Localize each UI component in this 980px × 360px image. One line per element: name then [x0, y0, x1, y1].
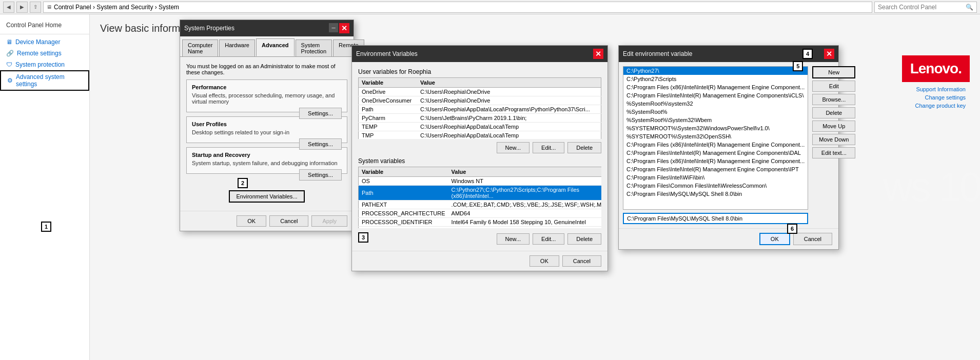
- tab-hardware[interactable]: Hardware: [219, 39, 255, 56]
- win10-text: ws 10: [883, 164, 980, 211]
- user-new-button[interactable]: New...: [497, 142, 530, 153]
- move-up-button[interactable]: Move Up: [812, 121, 855, 132]
- edit-env-item[interactable]: C:\Program Files\Intel\Intel(R) Manageme…: [623, 149, 808, 157]
- change-product-key-link[interactable]: Change product key: [915, 103, 966, 109]
- list-container: 5 C:\Python27\ C:\Python27\Scripts C:\Pr…: [623, 66, 808, 210]
- browse-env-button[interactable]: Browse...: [812, 94, 855, 105]
- user-vars-table-wrap[interactable]: Variable Value OneDrive C:\Users\Roephia…: [358, 77, 601, 139]
- apply-button[interactable]: Apply: [311, 215, 347, 227]
- edit-env-main: 5 C:\Python27\ C:\Python27\Scripts C:\Pr…: [623, 66, 808, 224]
- user-delete-button[interactable]: Delete: [567, 142, 601, 153]
- user-profiles-settings-button[interactable]: Settings...: [299, 138, 342, 150]
- user-var-row[interactable]: Path C:\Users\Roephia\AppData\Local\Prog…: [359, 105, 601, 114]
- close-system-props-button[interactable]: ✕: [339, 23, 349, 33]
- edit-env-cancel-button[interactable]: Cancel: [793, 233, 832, 245]
- edit-env-item[interactable]: C:\Python27\Scripts: [623, 75, 808, 83]
- user-var-row[interactable]: TMP C:\Users\Roephia\AppData\Local\Temp: [359, 131, 601, 139]
- edit-env-item[interactable]: C:\Program Files (x86)\Intel\Intel(R) Ma…: [623, 141, 808, 149]
- edit-env-input[interactable]: [623, 213, 808, 224]
- user-profiles-section: User Profiles Desktop settings related t…: [186, 116, 347, 143]
- sys-val-col-header: Value: [448, 167, 601, 177]
- close-edit-env-button[interactable]: ✕: [824, 49, 834, 59]
- new-env-button[interactable]: New: [812, 66, 855, 78]
- support-info-link[interactable]: Support Information: [915, 86, 966, 92]
- sys-var-row-path[interactable]: Path C:\Python27\;C:\Python27\Scripts;C:…: [359, 186, 602, 201]
- performance-settings-button[interactable]: Settings...: [299, 108, 342, 119]
- startup-title: Startup and Recovery: [192, 152, 342, 158]
- edit-env-item[interactable]: C:\Program Files (x86)\Intel\Intel(R) Ma…: [623, 83, 808, 91]
- user-vars-title: User variables for Roephia: [358, 68, 601, 75]
- control-panel-layout: Control Panel Home 🖥 Device Manager 🔗 Re…: [0, 14, 980, 360]
- sidebar-home[interactable]: Control Panel Home: [0, 18, 89, 32]
- annotation-4: 4: [802, 49, 813, 59]
- var-value: C:\Users\Roephia\AppData\Local\Temp: [417, 123, 601, 131]
- edit-env-list[interactable]: C:\Python27\ C:\Python27\Scripts C:\Prog…: [623, 66, 808, 210]
- edit-env-item[interactable]: %SystemRoot%: [623, 108, 808, 116]
- minimize-button[interactable]: ─: [329, 23, 338, 32]
- performance-desc: Visual effects, processor scheduling, me…: [192, 92, 342, 105]
- sys-var-row[interactable]: OS Windows NT: [359, 177, 602, 186]
- edit-env-item[interactable]: C:\Program Files\MySQL\MySQL Shell 8.0\b…: [623, 190, 808, 198]
- device-manager-icon: 🖥: [6, 38, 12, 46]
- forward-button[interactable]: ▶: [16, 2, 28, 13]
- ok-button[interactable]: OK: [237, 215, 266, 227]
- edit-env-item[interactable]: C:\Program Files\Intel\Intel(R) Manageme…: [623, 91, 808, 99]
- env-vars-content: User variables for Roephia Variable Valu…: [352, 62, 607, 251]
- sys-var-row[interactable]: PROCESSOR_IDENTIFIER Intel64 Family 6 Mo…: [359, 218, 602, 227]
- edit-env-ok-button[interactable]: OK: [759, 233, 790, 245]
- sys-vars-table: Variable Value OS Windows NT Path: [358, 167, 601, 228]
- close-env-vars-button[interactable]: ✕: [593, 49, 603, 59]
- change-settings-link[interactable]: Change settings: [915, 94, 966, 101]
- back-button[interactable]: ◀: [3, 2, 14, 13]
- sys-var-row[interactable]: PROCESSOR_ARCHITECTURE AMD64: [359, 209, 602, 218]
- environment-variables-button[interactable]: Environment Variables...: [229, 190, 304, 203]
- sidebar-item-advanced-settings[interactable]: ⚙ Advanced system settings: [0, 70, 89, 91]
- user-vars-buttons: New... Edit... Delete: [358, 142, 601, 153]
- sys-new-button[interactable]: New...: [497, 233, 530, 245]
- user-profiles-title: User Profiles: [192, 121, 342, 127]
- edit-env-item[interactable]: %SystemRoot%\system32: [623, 99, 808, 108]
- tab-computer-name[interactable]: Computer Name: [182, 39, 218, 56]
- user-var-row[interactable]: PyCharm C:\Users\JetBrains\PyCharm 2019.…: [359, 114, 601, 123]
- system-vars-title: System variables: [358, 157, 601, 165]
- edit-text-button[interactable]: Edit text...: [812, 147, 855, 158]
- edit-env-item[interactable]: %SYSTEMROOT%\System32\WindowsPowerShell\…: [623, 124, 808, 132]
- performance-section: Performance Visual effects, processor sc…: [186, 79, 347, 112]
- delete-env-button[interactable]: Delete: [812, 107, 855, 118]
- user-vars-table: Variable Value OneDrive C:\Users\Roephia…: [358, 77, 601, 139]
- edit-env-button[interactable]: Edit: [812, 81, 855, 92]
- edit-env-title: Edit environment variable: [623, 50, 692, 57]
- sys-vars-table-wrap[interactable]: Variable Value OS Windows NT Path: [358, 167, 601, 228]
- sys-delete-button[interactable]: Delete: [567, 233, 601, 245]
- sys-edit-button[interactable]: Edit...: [533, 233, 564, 245]
- edit-env-item[interactable]: %SYSTEMROOT%\System32\OpenSSH\: [623, 132, 808, 141]
- sidebar-item-system-protection[interactable]: 🛡 System protection: [0, 59, 89, 70]
- search-icon: 🔍: [966, 4, 973, 11]
- tab-system-protection[interactable]: System Protection: [296, 39, 332, 56]
- sidebar-item-device-manager[interactable]: 🖥 Device Manager: [0, 36, 89, 48]
- edit-env-item[interactable]: C:\Python27\: [623, 67, 808, 75]
- env-cancel-button[interactable]: Cancel: [562, 255, 601, 267]
- system-props-titlebar: System Properties ─ ✕: [180, 20, 354, 36]
- env-ok-button[interactable]: OK: [530, 255, 559, 267]
- edit-env-item[interactable]: %SystemRoot%\System32\Wbem: [623, 116, 808, 124]
- sidebar-item-remote-settings[interactable]: 🔗 Remote settings: [0, 48, 89, 59]
- user-edit-button[interactable]: Edit...: [533, 142, 564, 153]
- move-down-button[interactable]: Move Down: [812, 134, 855, 145]
- edit-env-item[interactable]: C:\Program Files\Intel\WiFi\bin\: [623, 173, 808, 182]
- up-button[interactable]: ⇧: [30, 2, 41, 13]
- cancel-button[interactable]: Cancel: [269, 215, 308, 227]
- search-box[interactable]: 🔍: [874, 2, 977, 13]
- sys-var-row[interactable]: PROCESSOR_LEVEL 6: [359, 227, 602, 229]
- user-var-row[interactable]: TEMP C:\Users\Roephia\AppData\Local\Temp: [359, 123, 601, 131]
- sys-var-row[interactable]: PATHEXT .COM;.EXE;.BAT;.CMD;.VBS;.VBE;.J…: [359, 201, 602, 209]
- user-var-row[interactable]: OneDriveConsumer C:\Users\Roephia\OneDri…: [359, 96, 601, 105]
- edit-env-item[interactable]: C:\Program Files (x86)\Intel\Intel(R) Ma…: [623, 157, 808, 165]
- search-input[interactable]: [878, 4, 964, 11]
- tab-advanced[interactable]: Advanced: [256, 38, 295, 56]
- user-var-row[interactable]: OneDrive C:\Users\Roephia\OneDrive: [359, 88, 601, 96]
- annotation-5: 5: [793, 61, 803, 71]
- edit-env-item[interactable]: C:\Program Files\Common Files\Intel\Wire…: [623, 182, 808, 190]
- env-vars-titlebar: Environment Variables ✕: [352, 46, 607, 62]
- edit-env-item[interactable]: C:\Program Files\Intel\Intel(R) Manageme…: [623, 165, 808, 173]
